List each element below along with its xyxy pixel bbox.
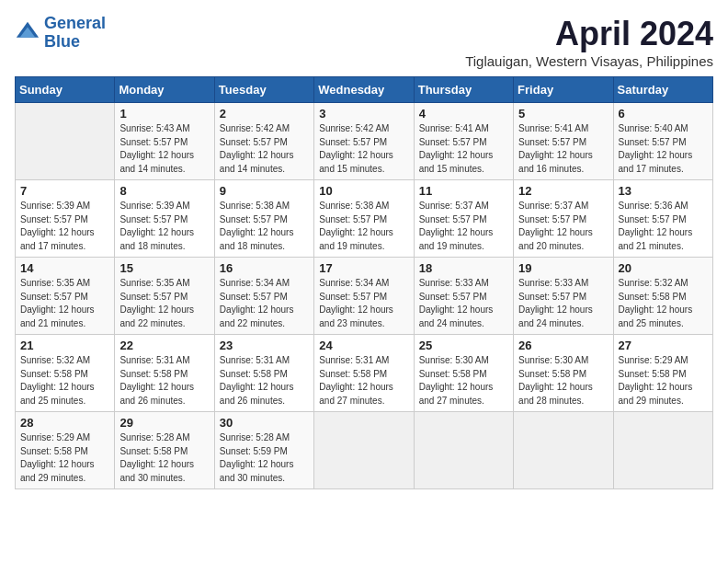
calendar-week-row: 21Sunrise: 5:32 AMSunset: 5:58 PMDayligh… [16, 335, 713, 412]
calendar-cell: 6Sunrise: 5:40 AMSunset: 5:57 PMDaylight… [613, 103, 712, 180]
page-header: General Blue April 2024 Tiglauigan, West… [15, 15, 713, 69]
day-info: Sunrise: 5:36 AMSunset: 5:57 PMDaylight:… [619, 200, 708, 253]
day-number: 17 [319, 261, 408, 275]
day-number: 19 [518, 261, 608, 275]
logo: General Blue [15, 15, 106, 52]
calendar-cell: 18Sunrise: 5:33 AMSunset: 5:57 PMDayligh… [414, 258, 513, 335]
calendar-cell: 3Sunrise: 5:42 AMSunset: 5:57 PMDaylight… [314, 103, 414, 180]
calendar-cell: 11Sunrise: 5:37 AMSunset: 5:57 PMDayligh… [414, 180, 513, 258]
weekday-header: Monday [115, 77, 214, 103]
day-info: Sunrise: 5:35 AMSunset: 5:57 PMDaylight:… [119, 277, 209, 330]
day-info: Sunrise: 5:33 AMSunset: 5:57 PMDaylight:… [419, 277, 508, 330]
day-info: Sunrise: 5:32 AMSunset: 5:58 PMDaylight:… [20, 354, 109, 408]
day-number: 7 [20, 184, 109, 198]
calendar-cell: 10Sunrise: 5:38 AMSunset: 5:57 PMDayligh… [314, 180, 414, 258]
weekday-header: Sunday [16, 77, 115, 103]
day-info: Sunrise: 5:28 AMSunset: 5:58 PMDaylight:… [119, 431, 209, 485]
calendar-cell: 24Sunrise: 5:31 AMSunset: 5:58 PMDayligh… [314, 335, 414, 412]
calendar-cell: 14Sunrise: 5:35 AMSunset: 5:57 PMDayligh… [16, 258, 115, 335]
calendar-cell [613, 412, 712, 489]
weekday-header: Thursday [414, 77, 513, 103]
day-info: Sunrise: 5:38 AMSunset: 5:57 PMDaylight:… [319, 200, 408, 253]
day-info: Sunrise: 5:37 AMSunset: 5:57 PMDaylight:… [518, 200, 608, 253]
day-number: 29 [119, 416, 209, 430]
day-info: Sunrise: 5:42 AMSunset: 5:57 PMDaylight:… [220, 122, 309, 176]
day-info: Sunrise: 5:30 AMSunset: 5:58 PMDaylight:… [419, 354, 508, 408]
day-number: 21 [20, 339, 109, 352]
logo-icon [15, 20, 40, 46]
day-number: 13 [619, 184, 708, 198]
day-info: Sunrise: 5:29 AMSunset: 5:58 PMDaylight:… [20, 431, 109, 485]
day-info: Sunrise: 5:37 AMSunset: 5:57 PMDaylight:… [419, 200, 508, 253]
day-info: Sunrise: 5:43 AMSunset: 5:57 PMDaylight:… [119, 122, 209, 176]
day-number: 5 [518, 107, 608, 121]
calendar-cell: 8Sunrise: 5:39 AMSunset: 5:57 PMDaylight… [115, 180, 214, 258]
calendar-cell: 17Sunrise: 5:34 AMSunset: 5:57 PMDayligh… [314, 258, 414, 335]
calendar-cell: 26Sunrise: 5:30 AMSunset: 5:58 PMDayligh… [514, 335, 613, 412]
calendar-cell: 7Sunrise: 5:39 AMSunset: 5:57 PMDaylight… [16, 180, 115, 258]
day-info: Sunrise: 5:41 AMSunset: 5:57 PMDaylight:… [419, 122, 508, 176]
day-number: 20 [619, 261, 708, 275]
day-number: 2 [220, 107, 309, 121]
calendar-cell: 15Sunrise: 5:35 AMSunset: 5:57 PMDayligh… [115, 258, 214, 335]
title-block: April 2024 Tiglauigan, Western Visayas, … [465, 15, 713, 69]
calendar-cell: 4Sunrise: 5:41 AMSunset: 5:57 PMDaylight… [414, 103, 513, 180]
calendar-cell: 12Sunrise: 5:37 AMSunset: 5:57 PMDayligh… [514, 180, 613, 258]
calendar-week-row: 7Sunrise: 5:39 AMSunset: 5:57 PMDaylight… [16, 180, 713, 258]
day-info: Sunrise: 5:31 AMSunset: 5:58 PMDaylight:… [319, 354, 408, 408]
calendar-cell: 20Sunrise: 5:32 AMSunset: 5:58 PMDayligh… [613, 258, 712, 335]
day-info: Sunrise: 5:32 AMSunset: 5:58 PMDaylight:… [619, 277, 708, 330]
day-number: 10 [319, 184, 408, 198]
calendar-cell: 13Sunrise: 5:36 AMSunset: 5:57 PMDayligh… [613, 180, 712, 258]
calendar-cell: 19Sunrise: 5:33 AMSunset: 5:57 PMDayligh… [514, 258, 613, 335]
day-info: Sunrise: 5:35 AMSunset: 5:57 PMDaylight:… [20, 277, 109, 330]
day-number: 6 [619, 107, 708, 121]
day-number: 27 [619, 339, 708, 352]
day-info: Sunrise: 5:39 AMSunset: 5:57 PMDaylight:… [119, 200, 209, 253]
day-number: 18 [419, 261, 508, 275]
calendar-cell: 9Sunrise: 5:38 AMSunset: 5:57 PMDaylight… [214, 180, 313, 258]
calendar-week-row: 28Sunrise: 5:29 AMSunset: 5:58 PMDayligh… [16, 412, 713, 489]
calendar-cell: 16Sunrise: 5:34 AMSunset: 5:57 PMDayligh… [214, 258, 313, 335]
calendar-cell: 28Sunrise: 5:29 AMSunset: 5:58 PMDayligh… [16, 412, 115, 489]
calendar-cell: 1Sunrise: 5:43 AMSunset: 5:57 PMDaylight… [115, 103, 214, 180]
day-number: 28 [20, 416, 109, 430]
calendar-cell: 2Sunrise: 5:42 AMSunset: 5:57 PMDaylight… [214, 103, 313, 180]
day-info: Sunrise: 5:34 AMSunset: 5:57 PMDaylight:… [220, 277, 309, 330]
calendar-cell: 30Sunrise: 5:28 AMSunset: 5:59 PMDayligh… [214, 412, 313, 489]
calendar-cell: 25Sunrise: 5:30 AMSunset: 5:58 PMDayligh… [414, 335, 513, 412]
day-info: Sunrise: 5:29 AMSunset: 5:58 PMDaylight:… [619, 354, 708, 408]
calendar-cell: 22Sunrise: 5:31 AMSunset: 5:58 PMDayligh… [115, 335, 214, 412]
day-number: 14 [20, 261, 109, 275]
calendar-cell [314, 412, 414, 489]
day-info: Sunrise: 5:30 AMSunset: 5:58 PMDaylight:… [518, 354, 608, 408]
location-title: Tiglauigan, Western Visayas, Philippines [465, 53, 713, 69]
day-info: Sunrise: 5:41 AMSunset: 5:57 PMDaylight:… [518, 122, 608, 176]
weekday-header: Wednesday [314, 77, 414, 103]
calendar-week-row: 1Sunrise: 5:43 AMSunset: 5:57 PMDaylight… [16, 103, 713, 180]
day-number: 16 [220, 261, 309, 275]
calendar-cell: 5Sunrise: 5:41 AMSunset: 5:57 PMDaylight… [514, 103, 613, 180]
day-number: 30 [220, 416, 309, 430]
day-number: 11 [419, 184, 508, 198]
weekday-header: Saturday [613, 77, 712, 103]
calendar-cell: 27Sunrise: 5:29 AMSunset: 5:58 PMDayligh… [613, 335, 712, 412]
day-number: 23 [220, 339, 309, 352]
logo-text: General Blue [44, 15, 106, 52]
day-info: Sunrise: 5:33 AMSunset: 5:57 PMDaylight:… [518, 277, 608, 330]
weekday-header: Friday [514, 77, 613, 103]
calendar-cell [514, 412, 613, 489]
day-number: 8 [119, 184, 209, 198]
calendar-cell: 21Sunrise: 5:32 AMSunset: 5:58 PMDayligh… [16, 335, 115, 412]
day-number: 1 [119, 107, 209, 121]
day-number: 15 [119, 261, 209, 275]
day-number: 4 [419, 107, 508, 121]
day-number: 24 [319, 339, 408, 352]
day-info: Sunrise: 5:31 AMSunset: 5:58 PMDaylight:… [119, 354, 209, 408]
day-number: 25 [419, 339, 508, 352]
calendar-cell: 29Sunrise: 5:28 AMSunset: 5:58 PMDayligh… [115, 412, 214, 489]
day-info: Sunrise: 5:39 AMSunset: 5:57 PMDaylight:… [20, 200, 109, 253]
day-info: Sunrise: 5:34 AMSunset: 5:57 PMDaylight:… [319, 277, 408, 330]
day-info: Sunrise: 5:31 AMSunset: 5:58 PMDaylight:… [220, 354, 309, 408]
month-title: April 2024 [465, 15, 713, 53]
